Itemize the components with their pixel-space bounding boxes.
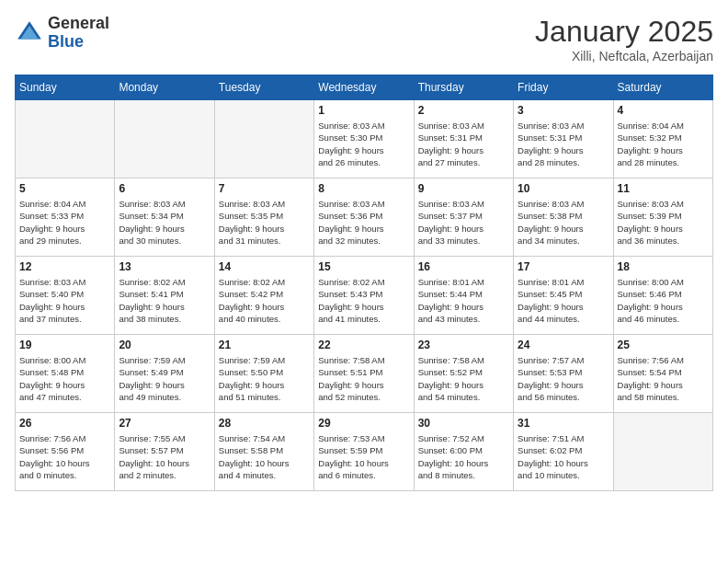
day-number: 28 (219, 417, 310, 430)
day-cell: 17Sunrise: 8:01 AMSunset: 5:45 PMDayligh… (514, 257, 613, 335)
day-cell (16, 100, 115, 178)
day-number: 15 (318, 260, 409, 273)
day-cell: 18Sunrise: 8:00 AMSunset: 5:46 PMDayligh… (613, 257, 712, 335)
day-info: Sunrise: 8:01 AMSunset: 5:44 PMDaylight:… (418, 276, 509, 325)
day-cell: 5Sunrise: 8:04 AMSunset: 5:33 PMDaylight… (16, 178, 115, 257)
day-info: Sunrise: 8:03 AMSunset: 5:35 PMDaylight:… (219, 198, 310, 247)
day-number: 30 (418, 417, 509, 430)
day-cell (214, 100, 313, 178)
title-block: January 2025 Xilli, Neftcala, Azerbaijan (535, 15, 713, 63)
weekday-header-row: SundayMondayTuesdayWednesdayThursdayFrid… (16, 75, 713, 100)
day-cell: 28Sunrise: 7:54 AMSunset: 5:58 PMDayligh… (214, 413, 313, 491)
day-cell: 24Sunrise: 7:57 AMSunset: 5:53 PMDayligh… (514, 335, 613, 413)
logo-blue: Blue (48, 33, 109, 52)
day-cell: 30Sunrise: 7:52 AMSunset: 6:00 PMDayligh… (414, 413, 513, 491)
day-cell: 20Sunrise: 7:59 AMSunset: 5:49 PMDayligh… (115, 335, 214, 413)
day-number: 2 (418, 104, 509, 117)
weekday-header-saturday: Saturday (613, 75, 712, 100)
day-number: 6 (119, 182, 210, 195)
day-info: Sunrise: 7:56 AMSunset: 5:56 PMDaylight:… (19, 432, 110, 481)
day-cell: 10Sunrise: 8:03 AMSunset: 5:38 PMDayligh… (514, 178, 613, 257)
day-number: 16 (418, 260, 509, 273)
week-row-4: 19Sunrise: 8:00 AMSunset: 5:48 PMDayligh… (16, 335, 713, 413)
month-title: January 2025 (535, 15, 713, 49)
weekday-header-friday: Friday (514, 75, 613, 100)
day-number: 11 (618, 182, 709, 195)
logo-icon (15, 18, 44, 48)
day-info: Sunrise: 7:59 AMSunset: 5:50 PMDaylight:… (219, 354, 310, 403)
day-number: 5 (19, 182, 110, 195)
day-cell: 15Sunrise: 8:02 AMSunset: 5:43 PMDayligh… (314, 257, 414, 335)
day-info: Sunrise: 8:03 AMSunset: 5:34 PMDaylight:… (119, 198, 210, 247)
day-info: Sunrise: 7:59 AMSunset: 5:49 PMDaylight:… (119, 354, 210, 403)
day-info: Sunrise: 8:03 AMSunset: 5:39 PMDaylight:… (618, 198, 709, 247)
day-cell: 16Sunrise: 8:01 AMSunset: 5:44 PMDayligh… (414, 257, 513, 335)
day-cell (613, 413, 712, 491)
day-cell: 2Sunrise: 8:03 AMSunset: 5:31 PMDaylight… (414, 100, 513, 178)
day-info: Sunrise: 7:54 AMSunset: 5:58 PMDaylight:… (219, 432, 310, 481)
day-info: Sunrise: 7:53 AMSunset: 5:59 PMDaylight:… (318, 432, 409, 481)
weekday-header-thursday: Thursday (414, 75, 513, 100)
day-number: 26 (19, 417, 110, 430)
day-info: Sunrise: 8:03 AMSunset: 5:40 PMDaylight:… (19, 276, 110, 325)
page-header: General Blue January 2025 Xilli, Neftcal… (15, 15, 713, 63)
day-cell: 29Sunrise: 7:53 AMSunset: 5:59 PMDayligh… (314, 413, 414, 491)
day-cell: 1Sunrise: 8:03 AMSunset: 5:30 PMDaylight… (314, 100, 414, 178)
day-info: Sunrise: 8:03 AMSunset: 5:37 PMDaylight:… (418, 198, 509, 247)
day-cell: 14Sunrise: 8:02 AMSunset: 5:42 PMDayligh… (214, 257, 313, 335)
logo: General Blue (15, 15, 109, 52)
day-number: 21 (219, 339, 310, 351)
day-info: Sunrise: 8:02 AMSunset: 5:43 PMDaylight:… (318, 276, 409, 325)
logo-text: General Blue (48, 15, 109, 52)
day-info: Sunrise: 8:01 AMSunset: 5:45 PMDaylight:… (518, 276, 609, 325)
location: Xilli, Neftcala, Azerbaijan (535, 49, 713, 63)
day-info: Sunrise: 8:02 AMSunset: 5:42 PMDaylight:… (219, 276, 310, 325)
day-info: Sunrise: 7:52 AMSunset: 6:00 PMDaylight:… (418, 432, 509, 481)
day-number: 18 (618, 260, 709, 273)
day-info: Sunrise: 8:00 AMSunset: 5:48 PMDaylight:… (19, 354, 110, 403)
day-info: Sunrise: 8:03 AMSunset: 5:31 PMDaylight:… (418, 120, 509, 168)
day-number: 22 (318, 339, 409, 351)
day-number: 12 (19, 260, 110, 273)
day-cell: 23Sunrise: 7:58 AMSunset: 5:52 PMDayligh… (414, 335, 513, 413)
week-row-2: 5Sunrise: 8:04 AMSunset: 5:33 PMDaylight… (16, 178, 713, 257)
day-info: Sunrise: 8:03 AMSunset: 5:31 PMDaylight:… (518, 120, 609, 168)
day-cell: 8Sunrise: 8:03 AMSunset: 5:36 PMDaylight… (314, 178, 414, 257)
weekday-header-monday: Monday (115, 75, 214, 100)
weekday-header-sunday: Sunday (16, 75, 115, 100)
day-number: 29 (318, 417, 409, 430)
day-cell: 6Sunrise: 8:03 AMSunset: 5:34 PMDaylight… (115, 178, 214, 257)
day-cell: 22Sunrise: 7:58 AMSunset: 5:51 PMDayligh… (314, 335, 414, 413)
day-number: 31 (518, 417, 609, 430)
day-cell: 3Sunrise: 8:03 AMSunset: 5:31 PMDaylight… (514, 100, 613, 178)
day-number: 25 (618, 339, 709, 351)
week-row-3: 12Sunrise: 8:03 AMSunset: 5:40 PMDayligh… (16, 257, 713, 335)
day-number: 9 (418, 182, 509, 195)
day-cell (115, 100, 214, 178)
day-info: Sunrise: 8:02 AMSunset: 5:41 PMDaylight:… (119, 276, 210, 325)
day-number: 3 (518, 104, 609, 117)
day-cell: 4Sunrise: 8:04 AMSunset: 5:32 PMDaylight… (613, 100, 712, 178)
day-number: 14 (219, 260, 310, 273)
day-number: 8 (318, 182, 409, 195)
day-cell: 12Sunrise: 8:03 AMSunset: 5:40 PMDayligh… (16, 257, 115, 335)
week-row-5: 26Sunrise: 7:56 AMSunset: 5:56 PMDayligh… (16, 413, 713, 491)
day-number: 13 (119, 260, 210, 273)
day-info: Sunrise: 8:04 AMSunset: 5:33 PMDaylight:… (19, 198, 110, 247)
day-number: 4 (618, 104, 709, 117)
day-cell: 25Sunrise: 7:56 AMSunset: 5:54 PMDayligh… (613, 335, 712, 413)
day-number: 20 (119, 339, 210, 351)
day-info: Sunrise: 7:55 AMSunset: 5:57 PMDaylight:… (119, 432, 210, 481)
day-info: Sunrise: 7:58 AMSunset: 5:52 PMDaylight:… (418, 354, 509, 403)
day-info: Sunrise: 8:03 AMSunset: 5:38 PMDaylight:… (518, 198, 609, 247)
day-info: Sunrise: 7:51 AMSunset: 6:02 PMDaylight:… (518, 432, 609, 481)
day-cell: 26Sunrise: 7:56 AMSunset: 5:56 PMDayligh… (16, 413, 115, 491)
day-number: 19 (19, 339, 110, 351)
day-cell: 21Sunrise: 7:59 AMSunset: 5:50 PMDayligh… (214, 335, 313, 413)
day-number: 24 (518, 339, 609, 351)
weekday-header-wednesday: Wednesday (314, 75, 414, 100)
day-info: Sunrise: 7:56 AMSunset: 5:54 PMDaylight:… (618, 354, 709, 403)
weekday-header-tuesday: Tuesday (214, 75, 313, 100)
day-cell: 27Sunrise: 7:55 AMSunset: 5:57 PMDayligh… (115, 413, 214, 491)
day-number: 17 (518, 260, 609, 273)
